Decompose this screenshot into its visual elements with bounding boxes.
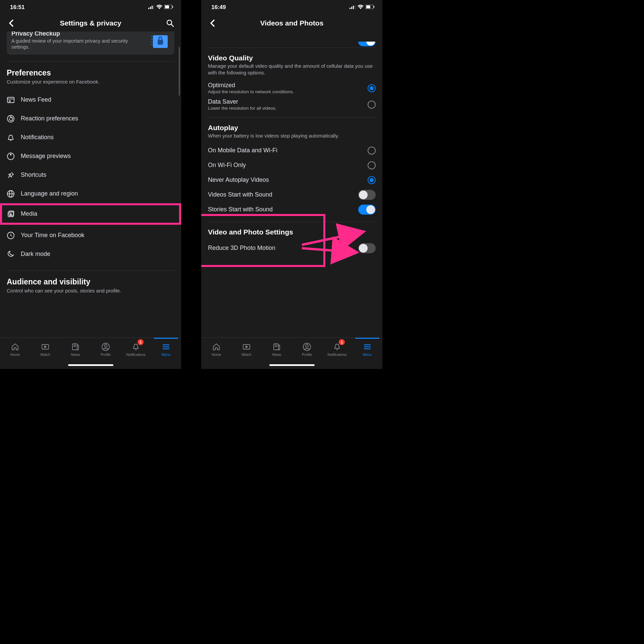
radio-icon[interactable]: [368, 101, 376, 109]
svg-rect-13: [151, 44, 153, 45]
divider: [7, 61, 174, 62]
svg-rect-14: [158, 40, 163, 45]
media-item[interactable]: Media: [7, 207, 174, 221]
scroll-area[interactable]: Privacy Checkup A guided review of your …: [0, 32, 181, 337]
status-time: 16:51: [10, 4, 24, 11]
clock-icon: [7, 231, 15, 239]
option-label: Reduce 3D Photo Motion: [208, 245, 354, 252]
tab-menu[interactable]: Menu: [151, 338, 181, 361]
option-label: Data Saver: [208, 98, 364, 105]
bell-icon: [7, 133, 15, 142]
watch-icon: [41, 342, 50, 351]
your-time-item[interactable]: Your Time on Facebook: [7, 226, 174, 245]
data-saver-option[interactable]: Data Saver Lower the resolution for all …: [208, 96, 376, 113]
toggle-on-icon[interactable]: [358, 205, 376, 215]
option-label: On Mobile Data and Wi-Fi: [208, 147, 364, 154]
tab-news[interactable]: News: [60, 338, 91, 361]
never-autoplay-option[interactable]: Never Autoplay Videos: [208, 173, 376, 187]
media-highlight: Media: [0, 203, 181, 225]
radio-selected-icon[interactable]: [368, 84, 376, 92]
svg-point-7: [167, 20, 172, 25]
tab-watch[interactable]: Watch: [30, 338, 60, 361]
section-title: Preferences: [7, 68, 174, 77]
card-title: Privacy Checkup: [11, 32, 147, 37]
battery-icon: [164, 4, 173, 11]
svg-line-8: [171, 24, 173, 26]
tab-home[interactable]: Home: [0, 338, 30, 361]
language-region-item[interactable]: Language and region: [7, 184, 174, 203]
news-feed-item[interactable]: News Feed: [7, 91, 174, 109]
radio-icon[interactable]: [368, 161, 376, 169]
media-icon: [7, 210, 15, 218]
videos-sound-toggle[interactable]: Videos Start with Sound: [208, 187, 376, 202]
back-button[interactable]: [7, 19, 15, 28]
tab-menu[interactable]: Menu: [352, 338, 382, 361]
option-sub: Lower the resolution for all videos.: [208, 106, 364, 111]
tab-notifications[interactable]: 1Notifications: [121, 338, 151, 361]
reaction-prefs-item[interactable]: Reaction preferences: [7, 109, 174, 128]
battery-icon: [366, 4, 374, 11]
tab-home[interactable]: Home: [201, 338, 231, 361]
tab-watch[interactable]: Watch: [231, 338, 262, 361]
lock-illustration-icon: [151, 34, 170, 49]
nav-bar: Settings & privacy: [0, 15, 181, 32]
svg-rect-38: [351, 7, 352, 9]
divider: [7, 270, 174, 271]
mobile-wifi-option[interactable]: On Mobile Data and Wi-Fi: [208, 143, 376, 158]
left-screen: 16:51 Settings & privacy Privacy Checkup…: [0, 0, 181, 369]
wifi-only-option[interactable]: On Wi-Fi Only: [208, 158, 376, 173]
home-indicator[interactable]: [201, 361, 382, 369]
optimized-option[interactable]: Optimized Adjust the resolution to netwo…: [208, 80, 376, 96]
privacy-checkup-card[interactable]: Privacy Checkup A guided review of your …: [7, 32, 174, 55]
radio-selected-icon[interactable]: [368, 176, 376, 184]
audience-subtitle: Control who can see your posts, stories …: [7, 287, 174, 294]
dark-mode-item[interactable]: Dark mode: [7, 245, 174, 264]
menu-label: News Feed: [21, 96, 51, 103]
status-bar: 16:49: [201, 0, 382, 15]
menu-label: Notifications: [21, 134, 54, 141]
tab-profile[interactable]: Profile: [292, 338, 322, 361]
moon-icon: [7, 250, 15, 258]
search-button[interactable]: [166, 19, 174, 28]
toggle-off-icon[interactable]: [358, 243, 376, 253]
notifications-item[interactable]: Notifications: [7, 128, 174, 147]
tab-indicator: [355, 338, 379, 339]
card-subtitle: A guided review of your important privac…: [11, 38, 147, 50]
svg-rect-40: [355, 5, 356, 9]
stories-sound-toggle[interactable]: Stories Start with Sound: [208, 202, 376, 217]
back-button[interactable]: [208, 19, 217, 28]
tab-profile[interactable]: Profile: [91, 338, 121, 361]
tab-news[interactable]: News: [262, 338, 292, 361]
scroll-area[interactable]: Video Quality Manage your default video …: [201, 32, 382, 337]
preferences-list-cont: Your Time on Facebook Dark mode: [7, 226, 174, 264]
svg-rect-10: [151, 36, 153, 37]
nav-title: Videos and Photos: [260, 19, 324, 27]
scrollbar[interactable]: [179, 47, 180, 96]
thumbs-up-icon: [7, 115, 15, 123]
menu-label: Your Time on Facebook: [21, 232, 84, 239]
menu-label: Reaction preferences: [21, 115, 78, 122]
svg-rect-1: [150, 7, 151, 9]
tab-notifications[interactable]: 1Notifications: [322, 338, 352, 361]
menu-label: Dark mode: [21, 251, 50, 258]
svg-rect-12: [151, 41, 153, 43]
preferences-list: News Feed Reaction preferences Notificat…: [7, 91, 174, 203]
option-label: Optimized: [208, 82, 364, 89]
group-title: Autoplay: [208, 124, 376, 132]
menu-icon: [162, 342, 170, 351]
shortcuts-item[interactable]: Shortcuts: [7, 166, 174, 184]
toggle-peek[interactable]: [358, 42, 376, 46]
svg-rect-11: [151, 39, 153, 40]
radio-icon[interactable]: [368, 147, 376, 155]
reduce-3d-toggle[interactable]: Reduce 3D Photo Motion: [208, 241, 376, 256]
nav-bar: Videos and Photos: [201, 15, 382, 32]
menu-label: Language and region: [21, 190, 78, 197]
status-icons: [148, 4, 173, 11]
menu-icon: [363, 342, 372, 351]
news-icon: [272, 342, 281, 351]
toggle-off-icon[interactable]: [358, 190, 376, 200]
svg-rect-42: [366, 5, 370, 8]
home-indicator[interactable]: [0, 361, 181, 369]
svg-rect-6: [172, 6, 173, 8]
message-previews-item[interactable]: Message previews: [7, 147, 174, 166]
